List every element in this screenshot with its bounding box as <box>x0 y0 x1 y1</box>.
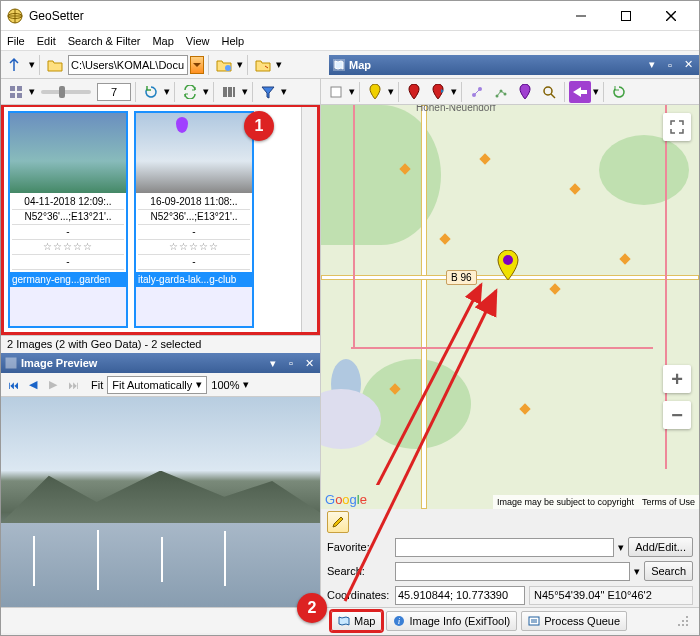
copy-text: Image may be subject to copyright <box>497 497 634 507</box>
recent-button[interactable] <box>252 54 274 76</box>
columns-dropdown[interactable]: ▾ <box>242 81 248 103</box>
terms-link[interactable]: Terms of Use <box>642 497 695 507</box>
bottom-tabs: Map i Image Info (ExifTool) Process Queu… <box>1 607 699 633</box>
tab-process-queue[interactable]: Process Queue <box>521 611 627 631</box>
map-close-icon[interactable]: ✕ <box>681 58 695 72</box>
size-slider[interactable] <box>41 90 91 94</box>
preview-menu-icon[interactable]: ▾ <box>266 356 280 370</box>
svg-rect-10 <box>10 93 15 98</box>
menu-view[interactable]: View <box>186 35 210 47</box>
addedit-button[interactable]: Add/Edit... <box>628 537 693 557</box>
sync-button[interactable] <box>179 81 201 103</box>
thumb-rating[interactable]: ☆☆☆☆☆ <box>12 240 124 255</box>
edit-button[interactable] <box>327 511 349 533</box>
track2-button[interactable] <box>490 81 512 103</box>
thumbnail-item[interactable]: 16-09-2018 11:08:.. N52°36'...;E13°21'..… <box>134 111 254 328</box>
thumbnail-image <box>136 113 252 193</box>
tab-image-info[interactable]: i Image Info (ExifTool) <box>386 611 517 631</box>
menu-search[interactable]: Search & Filter <box>68 35 141 47</box>
folder-fav-button[interactable] <box>213 54 235 76</box>
map-layers-dropdown[interactable]: ▾ <box>349 81 355 103</box>
search-button[interactable]: Search <box>644 561 693 581</box>
menu-edit[interactable]: Edit <box>37 35 56 47</box>
left-column: ▾ 7 ▾ ▾ ▾ ▾ 04-11-2018 12:09:.. N52°36'.… <box>1 79 321 607</box>
recent-dropdown[interactable]: ▾ <box>276 54 282 76</box>
fav-dropdown[interactable]: ▾ <box>237 54 243 76</box>
zoom-selection-button[interactable] <box>538 81 560 103</box>
zoom-in-button[interactable]: + <box>663 365 691 393</box>
zoom-dropdown[interactable]: ▾ <box>243 378 249 391</box>
svg-rect-12 <box>223 87 227 97</box>
minimize-button[interactable] <box>558 1 603 31</box>
preview-image[interactable] <box>1 397 320 607</box>
svg-point-35 <box>678 624 680 626</box>
fullscreen-button[interactable] <box>663 113 691 141</box>
direction-dropdown[interactable]: ▾ <box>593 81 599 103</box>
close-button[interactable] <box>648 1 693 31</box>
map-refresh-button[interactable] <box>608 81 630 103</box>
zoom-out-button[interactable]: − <box>663 401 691 429</box>
sync-dropdown[interactable]: ▾ <box>203 81 209 103</box>
scrollbar[interactable] <box>301 107 317 332</box>
filter-button[interactable] <box>257 81 279 103</box>
fit-dropdown[interactable]: Fit Automatically ▾ <box>107 376 207 394</box>
map-view[interactable]: B 96 Hohen-Neuendorf + − Google Image ma… <box>321 105 699 509</box>
favorite-label: Favorite: <box>327 541 391 553</box>
menu-map[interactable]: Map <box>152 35 173 47</box>
menu-help[interactable]: Help <box>222 35 245 47</box>
svg-point-34 <box>686 620 688 622</box>
svg-rect-9 <box>17 86 22 91</box>
next-button[interactable]: ▶ <box>45 377 61 393</box>
map-menu-icon[interactable]: ▾ <box>645 58 659 72</box>
up-folder-button[interactable] <box>5 54 27 76</box>
pin-red-button[interactable] <box>403 81 425 103</box>
coords-input[interactable] <box>395 586 525 605</box>
map-pin-icon[interactable] <box>496 250 520 280</box>
tab-info-label: Image Info (ExifTool) <box>409 615 510 627</box>
folder-button[interactable] <box>44 54 66 76</box>
map-dock-icon[interactable]: ▫ <box>663 58 677 72</box>
favorite-dropdown[interactable]: ▾ <box>618 541 624 554</box>
direction-button[interactable] <box>569 81 591 103</box>
filter-dropdown[interactable]: ▾ <box>281 81 287 103</box>
thumbnail-item[interactable]: 04-11-2018 12:09:.. N52°36'...;E13°21'..… <box>8 111 128 328</box>
pin-red-go-button[interactable] <box>427 81 449 103</box>
pin-red-dropdown[interactable]: ▾ <box>451 81 457 103</box>
refresh-dropdown[interactable]: ▾ <box>164 81 170 103</box>
maximize-button[interactable] <box>603 1 648 31</box>
coords-row: Coordinates: N45°54'39.04" E10°46'2 <box>321 583 699 607</box>
preview-header: Image Preview ▾ ▫ ✕ <box>1 353 320 373</box>
svg-point-23 <box>544 87 552 95</box>
preview-dock-icon[interactable]: ▫ <box>284 356 298 370</box>
preview-close-icon[interactable]: ✕ <box>302 356 316 370</box>
view-dropdown[interactable]: ▾ <box>29 81 35 103</box>
path-input[interactable]: C:\Users\KOMAL\Docu <box>68 55 188 75</box>
track-button[interactable] <box>466 81 488 103</box>
view-mode-button[interactable] <box>5 81 27 103</box>
up-dropdown[interactable]: ▾ <box>29 54 35 76</box>
window-title: GeoSetter <box>29 9 558 23</box>
path-dropdown[interactable] <box>190 56 204 74</box>
pin-yellow-button[interactable] <box>364 81 386 103</box>
map-panel-title: Map <box>349 59 371 71</box>
favorite-input[interactable] <box>395 538 614 557</box>
size-value[interactable]: 7 <box>97 83 131 101</box>
zoom-label: 100% <box>211 379 239 391</box>
callout-2: 2 <box>297 593 327 623</box>
menu-file[interactable]: File <box>7 35 25 47</box>
search-input[interactable] <box>395 562 630 581</box>
thumb-rating[interactable]: ☆☆☆☆☆ <box>138 240 250 255</box>
tab-map[interactable]: Map <box>331 611 382 631</box>
pin-dropdown[interactable]: ▾ <box>388 81 394 103</box>
last-button[interactable]: ⏭ <box>65 377 81 393</box>
search-dropdown[interactable]: ▾ <box>634 565 640 578</box>
prev-button[interactable]: ◀ <box>25 377 41 393</box>
columns-button[interactable] <box>218 81 240 103</box>
refresh-button[interactable] <box>140 81 162 103</box>
first-button[interactable]: ⏮ <box>5 377 21 393</box>
pin-purple-button[interactable] <box>514 81 536 103</box>
thumb-coord: N52°36'...;E13°21'.. <box>12 210 124 225</box>
resize-grip[interactable] <box>677 613 693 629</box>
fit-label: Fit <box>91 379 103 391</box>
map-layers-button[interactable] <box>325 81 347 103</box>
